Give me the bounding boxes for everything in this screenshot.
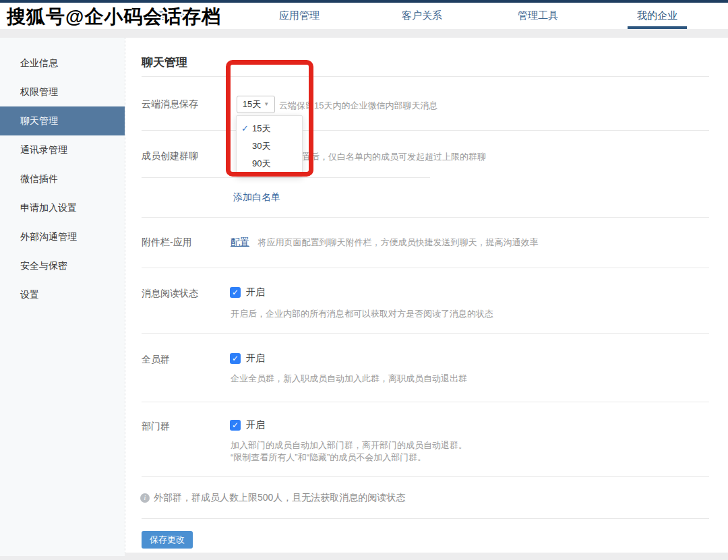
nav-tab-apps[interactable]: 应用管理 <box>279 3 320 29</box>
external-group-note-text: 外部群，群成员人数上限500人，且无法获取消息的阅读状态 <box>154 492 405 504</box>
red-highlight-annotation <box>226 60 313 177</box>
dept-group-desc-line1: 加入部门的成员自动加入部门群，离开部门的成员自动退群。 <box>231 439 467 452</box>
divider <box>142 333 709 334</box>
allstaff-group-on-label: 开启 <box>246 352 265 365</box>
sidebar: 企业信息 权限管理 聊天管理 通讯录管理 微信插件 申请加入设置 外部沟通管理 … <box>0 38 125 556</box>
attachment-bar-content: 配置 将应用页面配置到聊天附件栏，方便成员快捷发送到聊天，提高沟通效率 <box>231 236 538 249</box>
save-button[interactable]: 保存更改 <box>142 531 193 549</box>
page-title: 聊天管理 <box>142 55 187 70</box>
add-whitelist-link[interactable]: 添加白名单 <box>233 191 280 204</box>
sidebar-item-chat-management[interactable]: 聊天管理 <box>0 106 125 135</box>
read-status-label: 消息阅读状态 <box>142 288 198 300</box>
divider <box>142 217 709 218</box>
external-group-note: i 外部群，群成员人数上限500人，且无法获取消息的阅读状态 <box>140 492 405 504</box>
sidebar-item-company-info[interactable]: 企业信息 <box>0 49 125 77</box>
sidebar-item-external-communication[interactable]: 外部沟通管理 <box>0 222 125 251</box>
nav-tab-my-company[interactable]: 我的企业 <box>637 3 677 29</box>
sidebar-item-join-settings[interactable]: 申请加入设置 <box>0 193 125 222</box>
dept-group-label: 部门群 <box>142 421 170 433</box>
allstaff-group-checkrow: ✓ 开启 <box>230 352 265 365</box>
divider <box>142 476 709 477</box>
read-status-checkbox[interactable]: ✓ <box>230 287 241 298</box>
sidebar-item-contacts-management[interactable]: 通讯录管理 <box>0 135 125 164</box>
read-status-on-label: 开启 <box>246 286 265 299</box>
divider <box>142 402 709 402</box>
divider <box>142 518 709 519</box>
allstaff-group-label: 全员群 <box>142 354 170 366</box>
read-status-desc: 开启后，企业内部的所有消息都可以获取对方是否阅读了消息的状态 <box>231 308 493 320</box>
sidebar-item-permissions[interactable]: 权限管理 <box>0 77 125 106</box>
divider <box>142 177 430 178</box>
cloud-message-label: 云端消息保存 <box>142 98 198 111</box>
dept-group-desc-line2: “限制查看所有人”和“隐藏”的成员不会加入部门群。 <box>231 452 426 464</box>
attachment-bar-desc: 将应用页面配置到聊天附件栏，方便成员快捷发送到聊天，提高沟通效率 <box>257 237 538 247</box>
read-status-checkrow: ✓ 开启 <box>230 286 265 299</box>
sidebar-item-settings[interactable]: 设置 <box>0 280 125 309</box>
dept-group-checkbox[interactable]: ✓ <box>230 420 241 431</box>
nav-tab-customers[interactable]: 客户关系 <box>402 3 442 29</box>
nav-tab-tools[interactable]: 管理工具 <box>518 3 558 29</box>
allstaff-group-checkbox[interactable]: ✓ <box>230 353 241 364</box>
attachment-bar-label: 附件栏-应用 <box>142 237 192 249</box>
dept-group-checkrow: ✓ 开启 <box>230 419 265 431</box>
group-create-label: 成员创建群聊 <box>142 150 198 162</box>
group-create-desc: 设置后，仅白名单内的成员可发起超过上限的群聊 <box>293 151 486 163</box>
sidebar-item-security[interactable]: 安全与保密 <box>0 251 125 280</box>
allstaff-group-desc: 企业全员群，新入职成员自动加入此群，离职成员自动退出群 <box>231 373 467 385</box>
configure-link[interactable]: 配置 <box>231 237 249 247</box>
watermark-text: 搜狐号@企小码会话存档 <box>7 4 221 30</box>
settings-panel: 聊天管理 云端消息保存 云端保留15天内的企业微信内部聊天消息 15天 ▼ 成员… <box>125 38 728 553</box>
sidebar-item-wechat-plugin[interactable]: 微信插件 <box>0 164 125 193</box>
info-icon: i <box>140 493 150 503</box>
dept-group-on-label: 开启 <box>246 419 265 431</box>
divider <box>142 268 709 268</box>
